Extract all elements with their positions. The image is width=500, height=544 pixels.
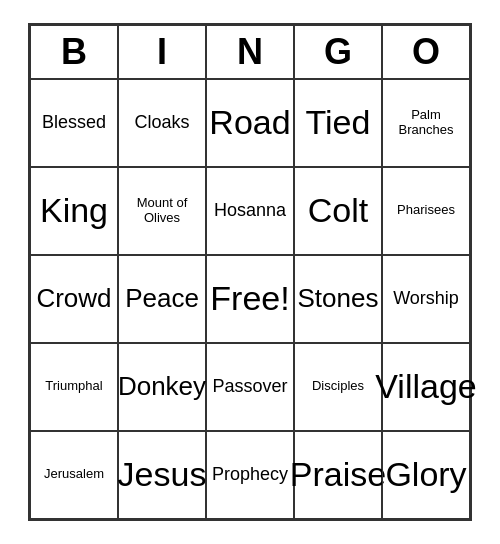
cell-text: Crowd — [36, 284, 111, 314]
cell-text: Disciples — [312, 379, 364, 394]
cell-text: Jesus — [118, 455, 207, 494]
cell-text: Palm Branches — [387, 108, 465, 138]
cell-text: King — [40, 191, 108, 230]
cell-r2-c2: Free! — [206, 255, 294, 343]
cell-r0-c0: Blessed — [30, 79, 118, 167]
cell-text: Triumphal — [45, 379, 102, 394]
cell-r4-c3: Praise — [294, 431, 382, 519]
cell-r3-c1: Donkey — [118, 343, 206, 431]
cell-r1-c1: Mount of Olives — [118, 167, 206, 255]
bingo-header: BINGO — [30, 25, 470, 79]
cell-r4-c4: Glory — [382, 431, 470, 519]
cell-text: Stones — [298, 284, 379, 314]
cell-r4-c2: Prophecy — [206, 431, 294, 519]
cell-r4-c1: Jesus — [118, 431, 206, 519]
header-letter: N — [206, 25, 294, 79]
cell-text: Pharisees — [397, 203, 455, 218]
cell-text: Road — [209, 103, 290, 142]
cell-text: Mount of Olives — [123, 196, 201, 226]
cell-r1-c3: Colt — [294, 167, 382, 255]
cell-r3-c0: Triumphal — [30, 343, 118, 431]
cell-r2-c4: Worship — [382, 255, 470, 343]
header-letter: B — [30, 25, 118, 79]
cell-text: Free! — [210, 279, 289, 318]
cell-text: Prophecy — [212, 464, 288, 485]
cell-r0-c1: Cloaks — [118, 79, 206, 167]
cell-r2-c3: Stones — [294, 255, 382, 343]
cell-text: Blessed — [42, 112, 106, 133]
cell-r2-c0: Crowd — [30, 255, 118, 343]
cell-r3-c3: Disciples — [294, 343, 382, 431]
cell-r1-c2: Hosanna — [206, 167, 294, 255]
cell-text: Colt — [308, 191, 368, 230]
cell-r3-c2: Passover — [206, 343, 294, 431]
cell-text: Praise — [290, 455, 386, 494]
cell-text: Passover — [212, 376, 287, 397]
cell-text: Glory — [385, 455, 466, 494]
cell-text: Peace — [125, 284, 199, 314]
cell-text: Cloaks — [134, 112, 189, 133]
cell-text: Hosanna — [214, 200, 286, 221]
cell-text: Jerusalem — [44, 467, 104, 482]
cell-r4-c0: Jerusalem — [30, 431, 118, 519]
cell-r2-c1: Peace — [118, 255, 206, 343]
cell-r0-c4: Palm Branches — [382, 79, 470, 167]
cell-text: Donkey — [118, 372, 206, 402]
header-letter: O — [382, 25, 470, 79]
cell-text: Village — [375, 367, 476, 406]
cell-text: Tied — [306, 103, 371, 142]
cell-r1-c4: Pharisees — [382, 167, 470, 255]
header-letter: G — [294, 25, 382, 79]
cell-r3-c4: Village — [382, 343, 470, 431]
cell-r1-c0: King — [30, 167, 118, 255]
header-letter: I — [118, 25, 206, 79]
cell-r0-c2: Road — [206, 79, 294, 167]
cell-text: Worship — [393, 288, 459, 309]
bingo-card: BINGO BlessedCloaksRoadTiedPalm Branches… — [28, 23, 472, 521]
cell-r0-c3: Tied — [294, 79, 382, 167]
bingo-grid: BlessedCloaksRoadTiedPalm BranchesKingMo… — [30, 79, 470, 519]
